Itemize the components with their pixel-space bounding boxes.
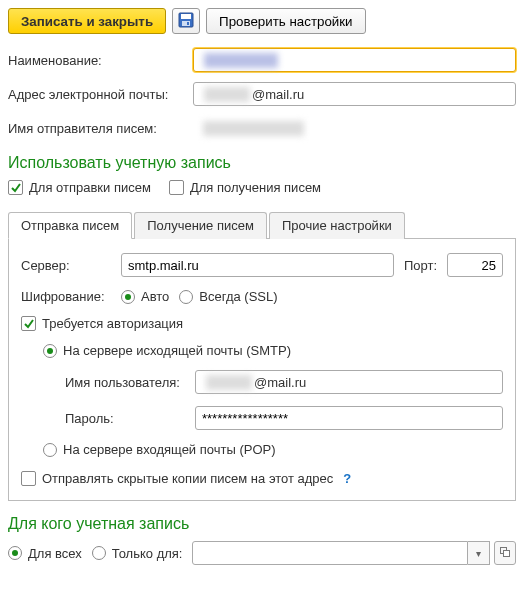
encryption-label: Шифрование: bbox=[21, 289, 111, 304]
tab-receive[interactable]: Получение писем bbox=[134, 212, 267, 239]
email-domain: @mail.ru bbox=[252, 87, 304, 102]
open-icon bbox=[500, 547, 510, 559]
for-whom-header: Для кого учетная запись bbox=[8, 515, 516, 533]
port-input[interactable] bbox=[447, 253, 503, 277]
save-button[interactable] bbox=[172, 8, 200, 34]
sender-label: Имя отправителя писем: bbox=[8, 121, 193, 136]
auth-required-label: Требуется авторизация bbox=[42, 316, 183, 331]
email-prefix-redacted: █████ bbox=[204, 87, 250, 102]
user-input[interactable]: █████ @mail.ru bbox=[195, 370, 503, 394]
encryption-always-radio[interactable] bbox=[179, 290, 193, 304]
port-label: Порт: bbox=[404, 258, 437, 273]
pwd-label: Пароль: bbox=[65, 411, 185, 426]
tab-other[interactable]: Прочие настройки bbox=[269, 212, 405, 239]
check-settings-button[interactable]: Проверить настройки bbox=[206, 8, 365, 34]
sender-input[interactable]: ███████████ bbox=[193, 116, 516, 140]
tabs: Отправка писем Получение писем Прочие на… bbox=[8, 211, 516, 239]
bcc-label: Отправлять скрытые копии писем на этот а… bbox=[42, 471, 333, 486]
email-label: Адрес электронной почты: bbox=[8, 87, 193, 102]
pwd-input[interactable] bbox=[195, 406, 503, 430]
send-tab-body: Сервер: Порт: Шифрование: Авто Всегда (S… bbox=[8, 239, 516, 501]
server-label: Сервер: bbox=[21, 258, 111, 273]
name-label: Наименование: bbox=[8, 53, 193, 68]
for-send-checkbox[interactable] bbox=[8, 180, 23, 195]
svg-rect-3 bbox=[187, 22, 189, 25]
help-icon[interactable]: ? bbox=[343, 471, 351, 486]
auth-smtp-label: На сервере исходящей почты (SMTP) bbox=[63, 343, 291, 358]
encryption-auto-radio[interactable] bbox=[121, 290, 135, 304]
floppy-icon bbox=[178, 12, 194, 31]
for-all-label: Для всех bbox=[28, 546, 82, 561]
for-send-label: Для отправки писем bbox=[29, 180, 151, 195]
name-value-redacted: ████████ bbox=[204, 53, 278, 68]
for-receive-checkbox[interactable] bbox=[169, 180, 184, 195]
sender-value-redacted: ███████████ bbox=[203, 121, 304, 136]
bcc-checkbox[interactable] bbox=[21, 471, 36, 486]
encryption-always-label: Всегда (SSL) bbox=[199, 289, 277, 304]
auth-pop-radio[interactable] bbox=[43, 443, 57, 457]
combo-open-button[interactable] bbox=[494, 541, 516, 565]
user-prefix-redacted: █████ bbox=[206, 375, 252, 390]
name-input[interactable]: ████████ bbox=[193, 48, 516, 72]
only-for-radio[interactable] bbox=[92, 546, 106, 560]
only-for-combo[interactable] bbox=[192, 541, 468, 565]
server-input[interactable] bbox=[121, 253, 394, 277]
auth-required-checkbox[interactable] bbox=[21, 316, 36, 331]
auth-pop-label: На сервере входящей почты (POP) bbox=[63, 442, 276, 457]
toolbar: Записать и закрыть Проверить настройки bbox=[8, 8, 516, 34]
chevron-down-icon: ▾ bbox=[476, 548, 481, 559]
email-input[interactable]: █████ @mail.ru bbox=[193, 82, 516, 106]
auth-smtp-radio[interactable] bbox=[43, 344, 57, 358]
use-account-header: Использовать учетную запись bbox=[8, 154, 516, 172]
user-label: Имя пользователя: bbox=[65, 375, 185, 390]
only-for-label: Только для: bbox=[112, 546, 183, 561]
svg-rect-1 bbox=[181, 14, 191, 19]
svg-rect-5 bbox=[504, 551, 510, 557]
for-receive-label: Для получения писем bbox=[190, 180, 321, 195]
for-all-radio[interactable] bbox=[8, 546, 22, 560]
combo-dropdown-button[interactable]: ▾ bbox=[468, 541, 490, 565]
save-close-button[interactable]: Записать и закрыть bbox=[8, 8, 166, 34]
tab-send[interactable]: Отправка писем bbox=[8, 212, 132, 239]
encryption-auto-label: Авто bbox=[141, 289, 169, 304]
user-domain: @mail.ru bbox=[254, 375, 306, 390]
